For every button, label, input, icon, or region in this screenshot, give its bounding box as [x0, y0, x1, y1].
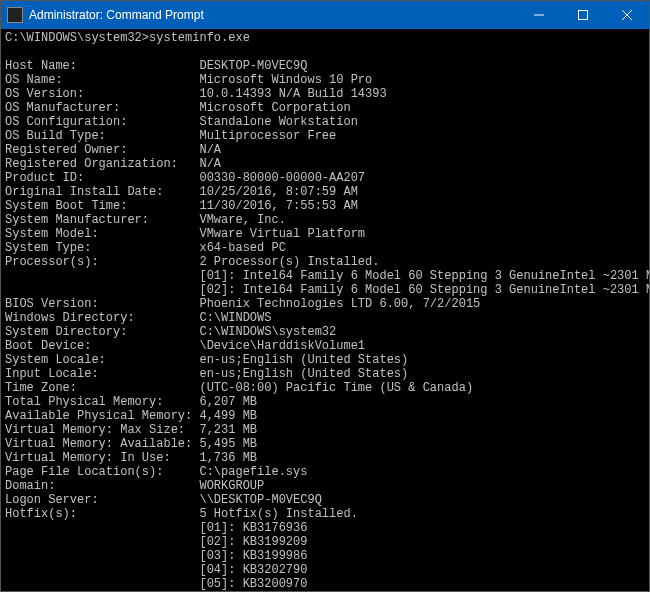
terminal-output[interactable]: C:\WINDOWS\system32>systeminfo.exe Host …	[1, 29, 649, 591]
svg-rect-0	[579, 11, 588, 20]
window-title: Administrator: Command Prompt	[29, 8, 517, 22]
minimize-icon	[534, 10, 544, 20]
maximize-button[interactable]	[561, 1, 605, 29]
cmd-icon	[7, 7, 23, 23]
close-icon	[622, 10, 632, 20]
maximize-icon	[578, 10, 588, 20]
close-button[interactable]	[605, 1, 649, 29]
titlebar[interactable]: Administrator: Command Prompt	[1, 1, 649, 29]
minimize-button[interactable]	[517, 1, 561, 29]
command-prompt-window: Administrator: Command Prompt C:\WINDOWS…	[0, 0, 650, 592]
